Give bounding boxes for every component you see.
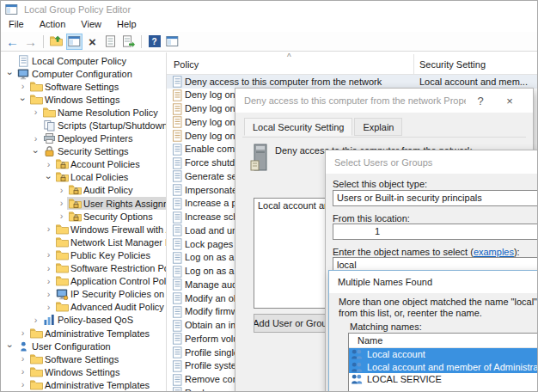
tree-item-content[interactable]: Local Policies — [54, 171, 130, 184]
tree-item-content[interactable]: Administrative Templates — [28, 327, 151, 340]
chevron-down-icon[interactable]: › — [18, 94, 28, 105]
tree-item-content[interactable]: Software Restriction Pol — [54, 262, 166, 275]
tree-item-content[interactable]: Scripts (Startup/Shutdown) — [41, 119, 166, 132]
tree-item-content[interactable]: Computer Configuration — [15, 67, 134, 80]
tree-item-content[interactable]: Security Options — [67, 210, 155, 223]
tree-item-content[interactable]: Network List Manager P — [54, 236, 166, 248]
menu-view[interactable]: View — [73, 18, 109, 31]
menu-help[interactable]: Help — [109, 18, 144, 31]
delete-icon[interactable]: × — [84, 34, 101, 50]
chevron-right-icon[interactable]: › — [56, 199, 67, 208]
chevron-right-icon[interactable]: › — [43, 264, 54, 273]
matching-name-local-account[interactable]: Local account — [349, 348, 538, 361]
export-list-icon[interactable] — [120, 34, 137, 50]
tree-item-content[interactable]: Audit Policy — [67, 184, 134, 197]
up-one-level-folder-icon[interactable] — [48, 34, 64, 50]
new-window-icon[interactable] — [164, 34, 180, 50]
chevron-down-icon[interactable]: › — [31, 146, 40, 157]
tree-item-content[interactable]: Application Control Poli — [54, 275, 166, 288]
tab-local-security-setting[interactable]: Local Security Setting — [244, 118, 352, 136]
tree-item-security-settings[interactable]: ›Security Settings — [1, 145, 166, 158]
tree-item-windows-settings[interactable]: ›Windows Settings — [1, 365, 166, 378]
tree-item-scripts-startup-shutdown[interactable]: Scripts (Startup/Shutdown) — [1, 119, 166, 132]
tree-item-security-options[interactable]: ›Security Options — [1, 210, 166, 223]
chevron-right-icon[interactable]: › — [43, 290, 54, 299]
tree-item-name-resolution-policy[interactable]: ›Name Resolution Policy — [1, 106, 166, 119]
chevron-right-icon[interactable]: › — [17, 380, 28, 389]
forward-arrow-icon[interactable]: → — [22, 34, 39, 50]
tree-item-content[interactable]: Local Computer Policy — [15, 54, 128, 67]
tree-item-software-restriction-pol[interactable]: ›Software Restriction Pol — [1, 262, 166, 275]
name-column-header[interactable]: Name — [349, 334, 538, 348]
help-button[interactable]: ? — [466, 92, 495, 109]
tree-item-content[interactable]: Security Settings — [41, 145, 131, 158]
tree-item-content[interactable]: Policy-based QoS — [41, 314, 135, 327]
tree-item-content[interactable]: Software Settings — [28, 80, 120, 93]
tree-item-audit-policy[interactable]: ›Audit Policy — [1, 184, 166, 197]
tree-item-ip-security-policies-on-l[interactable]: ›IP Security Policies on L — [1, 288, 166, 301]
tree-item-content[interactable]: User Configuration — [15, 340, 113, 352]
chevron-right-icon[interactable]: › — [17, 354, 28, 364]
chevron-right-icon[interactable]: › — [43, 224, 54, 234]
chevron-right-icon[interactable]: › — [30, 315, 41, 325]
tree-item-content[interactable]: Public Key Policies — [54, 248, 152, 261]
chevron-right-icon[interactable]: › — [17, 328, 28, 338]
chevron-down-icon[interactable]: › — [5, 68, 15, 79]
tree-item-content[interactable]: Name Resolution Policy — [41, 106, 160, 119]
tree-item-public-key-policies[interactable]: ›Public Key Policies — [1, 248, 166, 261]
tree-item-network-list-manager-p[interactable]: Network List Manager P — [1, 236, 166, 248]
column-header-security-setting[interactable]: Security Setting — [419, 59, 486, 70]
close-icon[interactable]: × — [495, 92, 524, 109]
column-header-policy[interactable]: Policy — [174, 59, 199, 70]
chevron-down-icon[interactable]: › — [5, 340, 15, 352]
tree-item-content[interactable]: Deployed Printers — [41, 132, 134, 145]
policy-row-deny-access-to-this-computer-from-the-network[interactable]: Deny access to this computer from the ne… — [167, 75, 537, 89]
tree-item-administrative-templates[interactable]: ›Administrative Templates — [1, 378, 166, 391]
examples-link[interactable]: examples — [474, 247, 514, 257]
tree-item-local-policies[interactable]: ›Local Policies — [1, 171, 166, 184]
chevron-right-icon[interactable]: › — [43, 303, 54, 312]
back-arrow-icon[interactable]: ← — [4, 34, 21, 50]
chevron-right-icon[interactable]: › — [30, 107, 41, 117]
tree-item-account-policies[interactable]: ›Account Policies — [1, 158, 166, 171]
chevron-right-icon[interactable]: › — [43, 250, 54, 260]
tree-item-software-settings[interactable]: ›Software Settings — [1, 352, 166, 365]
tree-item-deployed-printers[interactable]: ›Deployed Printers — [1, 132, 166, 145]
tree-item-content[interactable]: Windows Settings — [28, 93, 121, 106]
tree-item-content[interactable]: Administrative Templates — [28, 378, 151, 391]
tree-item-local-computer-policy[interactable]: Local Computer Policy — [1, 54, 166, 67]
tree-item-content[interactable]: Software Settings — [28, 352, 120, 365]
tree-item-windows-firewall-with-a[interactable]: ›Windows Firewall with A — [1, 223, 166, 236]
chevron-right-icon[interactable]: › — [43, 160, 54, 169]
chevron-right-icon[interactable]: › — [17, 367, 28, 377]
properties-icon[interactable] — [102, 34, 119, 50]
chevron-right-icon[interactable]: › — [30, 134, 41, 144]
menu-action[interactable]: Action — [32, 18, 74, 31]
column-divider[interactable] — [413, 54, 414, 74]
tree-item-windows-settings[interactable]: ›Windows Settings — [1, 93, 166, 106]
tree-item-content[interactable]: Windows Settings — [28, 365, 121, 378]
matching-name-local-account-and-member-of-administrators-group[interactable]: Local account and member of Administrato… — [349, 361, 538, 374]
tree-item-content[interactable]: Account Policies — [54, 158, 142, 171]
tree-item-user-configuration[interactable]: ›User Configuration — [1, 340, 166, 352]
chevron-right-icon[interactable]: › — [56, 186, 67, 195]
menu-file[interactable]: File — [1, 18, 32, 31]
tree-item-content[interactable]: User Rights Assignm — [67, 197, 166, 210]
chevron-right-icon[interactable]: › — [56, 211, 67, 221]
matching-name-local-service[interactable]: LOCAL SERVICE — [349, 373, 538, 386]
tree-item-computer-configuration[interactable]: ›Computer Configuration — [1, 67, 166, 80]
tree-item-content[interactable]: Advanced Audit Policy C — [54, 301, 166, 314]
location-field[interactable]: 1 — [333, 224, 538, 240]
matching-names-list[interactable]: Name Local accountLocal account and memb… — [348, 333, 538, 392]
tree-item-content[interactable]: Windows Firewall with A — [54, 223, 166, 236]
tree-item-administrative-templates[interactable]: ›Administrative Templates — [1, 327, 166, 340]
tree-item-advanced-audit-policy-c[interactable]: ›Advanced Audit Policy C — [1, 301, 166, 314]
tree-item-content[interactable]: IP Security Policies on L — [54, 288, 166, 301]
chevron-down-icon[interactable]: › — [44, 172, 53, 183]
chevron-right-icon[interactable]: › — [43, 277, 54, 286]
show-console-tree-icon[interactable] — [66, 34, 83, 50]
help-icon[interactable]: ? — [146, 34, 162, 50]
tree-item-application-control-poli[interactable]: ›Application Control Poli — [1, 275, 166, 288]
chevron-right-icon[interactable]: › — [17, 82, 28, 91]
tree-item-user-rights-assignm[interactable]: ›User Rights Assignm — [1, 197, 166, 210]
